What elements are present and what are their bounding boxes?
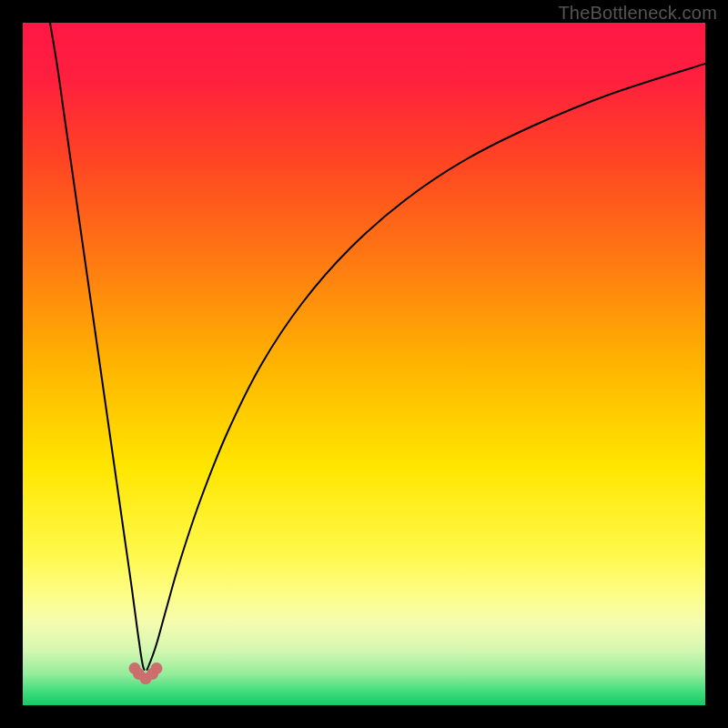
curve-left-branch xyxy=(50,23,145,670)
trough-marker-4 xyxy=(151,662,163,674)
bottleneck-curve xyxy=(23,23,705,705)
plot-area xyxy=(23,23,705,705)
curve-right-branch xyxy=(147,64,706,670)
data-markers xyxy=(129,662,163,684)
watermark-text: TheBottleneck.com xyxy=(558,3,717,24)
chart-frame: TheBottleneck.com xyxy=(0,0,728,728)
